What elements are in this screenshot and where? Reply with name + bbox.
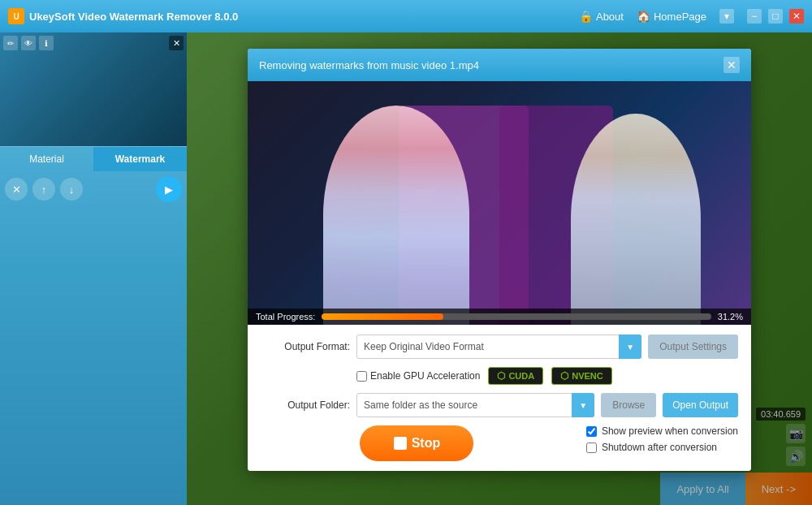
- figure-left: [323, 106, 469, 325]
- figure-right: [571, 114, 701, 325]
- sidebar-tabs: Material Watermark: [0, 146, 187, 171]
- minimize-btn[interactable]: −: [747, 9, 762, 24]
- maximize-btn[interactable]: □: [768, 9, 783, 24]
- dialog-header: Removing watermarks from music video 1.m…: [248, 49, 751, 81]
- stop-icon: [394, 437, 407, 450]
- output-format-select[interactable]: Keep Original Video Format: [356, 335, 641, 359]
- progress-label: Total Progress:: [256, 312, 315, 322]
- shutdown-option[interactable]: Shutdown after conversion: [586, 442, 738, 453]
- output-folder-label: Output Folder:: [261, 399, 350, 411]
- browse-btn[interactable]: Browse: [601, 393, 656, 417]
- dialog-overlay: Removing watermarks from music video 1.m…: [187, 32, 812, 505]
- sidebar-thumbnail: ✏ 👁 ℹ ✕: [0, 32, 187, 146]
- output-folder-row: Output Folder: Same folder as the source…: [261, 393, 738, 417]
- edit-icon-btn[interactable]: ✏: [3, 36, 18, 50]
- about-link[interactable]: 🔒 About: [579, 10, 624, 23]
- dialog-title: Removing watermarks from music video 1.m…: [259, 59, 479, 71]
- info-icon-btn[interactable]: ℹ: [39, 36, 54, 50]
- enable-gpu-checkbox[interactable]: [356, 371, 367, 382]
- video-frame: [248, 81, 751, 325]
- app-title: UkeySoft Video Watermark Remover 8.0.0: [29, 11, 238, 23]
- gpu-row: Enable GPU Acceleration ⬡ CUDA ⬡ NVENC: [261, 367, 738, 385]
- thumbnail-close-area: ✕: [169, 36, 184, 50]
- output-format-select-wrapper: Keep Original Video Format ▼: [356, 335, 641, 359]
- sidebar: ✏ 👁 ℹ ✕ Material Watermark ✕ ↑ ↓ ▶: [0, 32, 187, 505]
- bottom-row: Stop Show preview when conversion Shutdo…: [261, 425, 738, 461]
- conversion-dialog: Removing watermarks from music video 1.m…: [248, 49, 751, 471]
- progress-bar-container: Total Progress: 31.2%: [248, 309, 751, 325]
- main-content: 03:40.659 📷 🔊 Removing watermarks from m…: [187, 32, 812, 505]
- logo-icon: U: [8, 8, 24, 24]
- move-down-btn[interactable]: ↓: [60, 178, 83, 201]
- homepage-link[interactable]: 🏠 HomePage: [637, 10, 706, 23]
- watermark-tab[interactable]: Watermark: [93, 147, 187, 171]
- show-preview-checkbox[interactable]: [586, 426, 597, 437]
- title-bar: U UkeySoft Video Watermark Remover 8.0.0…: [0, 0, 812, 32]
- open-output-btn[interactable]: Open Output: [663, 393, 738, 417]
- progress-fill: [322, 313, 443, 320]
- output-format-label: Output Format:: [261, 341, 350, 352]
- window-controls: − □ ✕: [747, 9, 804, 24]
- output-folder-select-wrapper: Same folder as the source ▼: [356, 393, 594, 417]
- dropdown-btn[interactable]: ▾: [719, 9, 734, 24]
- stop-btn[interactable]: Stop: [360, 425, 473, 461]
- sidebar-controls: ✕ ↑ ↓ ▶: [0, 171, 187, 207]
- dialog-close-btn[interactable]: ✕: [723, 57, 740, 73]
- dialog-controls: Output Format: Keep Original Video Forma…: [248, 325, 751, 471]
- delete-btn[interactable]: ✕: [5, 178, 28, 201]
- play-btn[interactable]: ▶: [156, 176, 182, 202]
- output-folder-select[interactable]: Same folder as the source: [356, 393, 594, 417]
- material-tab[interactable]: Material: [0, 147, 93, 171]
- output-format-row: Output Format: Keep Original Video Forma…: [261, 335, 738, 359]
- nvenc-badge[interactable]: ⬡ NVENC: [551, 367, 612, 385]
- app-logo: U UkeySoft Video Watermark Remover 8.0.0: [8, 8, 238, 24]
- close-btn[interactable]: ✕: [789, 9, 804, 24]
- move-up-btn[interactable]: ↑: [32, 178, 55, 201]
- title-nav: 🔒 About 🏠 HomePage ▾: [579, 9, 734, 24]
- stop-btn-area: Stop: [261, 425, 573, 461]
- progress-percentage: 31.2%: [718, 312, 743, 322]
- main-layout: ✏ 👁 ℹ ✕ Material Watermark ✕ ↑ ↓ ▶ 03:40…: [0, 32, 812, 505]
- side-options: Show preview when conversion Shutdown af…: [586, 425, 738, 453]
- output-settings-btn[interactable]: Output Settings: [648, 335, 738, 359]
- progress-track: [322, 313, 710, 320]
- shutdown-checkbox[interactable]: [586, 442, 597, 453]
- show-preview-option[interactable]: Show preview when conversion: [586, 425, 738, 437]
- eye-icon-btn[interactable]: 👁: [21, 36, 36, 50]
- thumbnail-icons: ✏ 👁 ℹ: [3, 36, 54, 50]
- thumbnail-close-btn[interactable]: ✕: [169, 36, 184, 50]
- cuda-badge[interactable]: ⬡ CUDA: [488, 367, 543, 385]
- enable-gpu-label[interactable]: Enable GPU Acceleration: [356, 370, 480, 382]
- video-preview: Total Progress: 31.2%: [248, 81, 751, 325]
